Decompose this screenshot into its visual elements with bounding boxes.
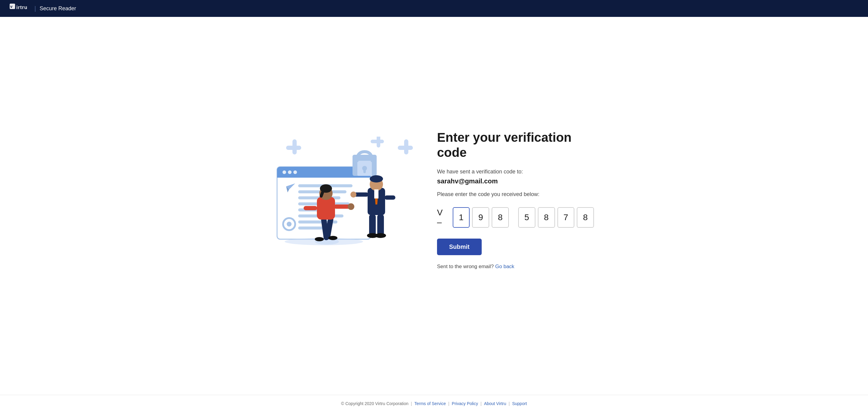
svg-point-12	[282, 170, 286, 174]
illustration	[268, 137, 413, 263]
svg-point-43	[375, 233, 386, 238]
svg-text:irtru: irtru	[16, 5, 28, 10]
svg-rect-40	[369, 214, 376, 236]
wrong-email-text: Sent to the wrong email? Go back	[437, 264, 594, 270]
go-back-link[interactable]: Go back	[495, 264, 514, 269]
submit-button[interactable]: Submit	[437, 239, 482, 255]
svg-rect-8	[377, 137, 380, 147]
subtitle-text: We have sent a verification code to:	[437, 169, 594, 175]
svg-rect-41	[377, 214, 384, 236]
svg-rect-30	[363, 168, 366, 173]
footer-link-terms[interactable]: Terms of Service	[414, 401, 446, 406]
svg-point-13	[288, 170, 291, 174]
svg-rect-39	[384, 196, 395, 200]
footer-link-privacy[interactable]: Privacy Policy	[452, 401, 478, 406]
main-content: Enter your verification code We have sen…	[0, 17, 868, 395]
header-divider: |	[34, 5, 36, 12]
code-digit-2[interactable]: 9	[472, 207, 489, 228]
code-input-area: V – 1 9 8 5 8 7 8	[437, 207, 594, 228]
footer-sep-1: |	[411, 401, 412, 406]
svg-point-26	[287, 222, 291, 227]
svg-point-54	[348, 203, 354, 210]
svg-rect-4	[292, 139, 297, 154]
svg-rect-6	[404, 139, 408, 154]
footer-sep-3: |	[480, 401, 482, 406]
svg-point-34	[370, 175, 383, 182]
svg-rect-49	[317, 197, 335, 219]
page-title: Enter your verification code	[437, 130, 594, 161]
svg-rect-36	[374, 190, 378, 199]
logo-area: v irtru | Secure Reader	[10, 4, 76, 13]
footer-link-about[interactable]: About Virtru	[484, 401, 506, 406]
header-title: Secure Reader	[39, 5, 76, 12]
code-digit-7[interactable]: 8	[577, 207, 594, 228]
footer: © Copyright 2020 Virtru Corporation | Te…	[0, 395, 868, 412]
content-wrapper: Enter your verification code We have sen…	[268, 130, 600, 270]
svg-point-38	[350, 192, 356, 198]
footer-sep-2: |	[448, 401, 450, 406]
footer-sep-4: |	[508, 401, 510, 406]
code-digit-1[interactable]: 1	[453, 207, 470, 228]
svg-point-47	[315, 237, 324, 241]
code-digit-5[interactable]: 8	[538, 207, 555, 228]
code-digit-3[interactable]: 8	[492, 207, 509, 228]
svg-point-14	[293, 170, 297, 174]
email-display: sarahv@gmail.com	[437, 177, 594, 185]
header: v irtru | Secure Reader	[0, 0, 868, 17]
code-digit-4[interactable]: 5	[518, 207, 535, 228]
svg-rect-55	[304, 206, 317, 210]
virtru-logo: v irtru	[10, 4, 31, 13]
footer-link-support[interactable]: Support	[512, 401, 527, 406]
right-panel: Enter your verification code We have sen…	[437, 130, 594, 270]
copyright-text: © Copyright 2020 Virtru Corporation	[341, 401, 408, 406]
code-digit-6[interactable]: 7	[557, 207, 575, 228]
svg-point-48	[329, 236, 337, 240]
instruction-text: Please enter the code you received below…	[437, 191, 594, 198]
svg-text:v: v	[10, 4, 13, 9]
code-prefix: V –	[437, 208, 449, 227]
